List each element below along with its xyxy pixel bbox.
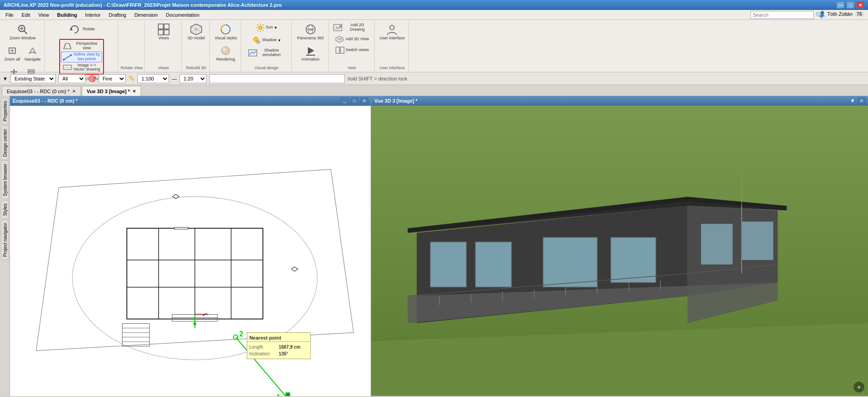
svg-rect-22 (158, 30, 163, 35)
snap-icon: 🎯 (88, 75, 96, 82)
floor-plan-canvas[interactable]: 2 1 Nearest point Length 1667.9 cm Incli (10, 106, 371, 396)
direction-input[interactable] (209, 74, 345, 83)
user-name: Tóth Zoltán (827, 11, 853, 17)
left-panel: Esquisse03 - - RDC (0 cm) * _ □ ✕ (10, 96, 372, 396)
svg-marker-9 (16, 71, 17, 73)
zoom-window-button[interactable]: Zoom Window (8, 22, 38, 42)
views-button[interactable]: Views (156, 22, 172, 42)
views-group: Views Views (146, 21, 182, 71)
filter-icon: ▼ (3, 76, 8, 81)
animation-button[interactable]: Animation (300, 43, 321, 63)
svg-point-29 (222, 47, 230, 55)
panels-area: Esquisse03 - - RDC (0 cm) * _ □ ✕ (10, 96, 868, 396)
measure-icon: — (172, 76, 177, 81)
zoom-in-3d-button[interactable]: + (854, 382, 864, 392)
tab-esquisse03-label: Esquisse03 - - RDC (0 cm) * (7, 89, 70, 94)
add-3d-view-button[interactable]: 3D Add 3D View (333, 34, 371, 44)
tab-vue3d[interactable]: Vue 3D 3 [Image] * ✕ (82, 86, 142, 96)
rotate-row: Rotate (66, 22, 97, 37)
right-panel: Vue 3D 3 [Image] * ▼ ✕ (372, 96, 868, 396)
svg-rect-80 (286, 392, 290, 396)
sidebar-design-center[interactable]: Design center (1, 126, 9, 160)
threed-view-canvas[interactable]: + (372, 106, 868, 396)
add-2d-drawing-button[interactable]: 2D Add 2D Drawing (331, 22, 373, 33)
visual-styles-button[interactable]: Visual styles (212, 22, 239, 42)
main-content: Properties Design center System browser … (0, 96, 868, 396)
panorama-360-icon: 360 (304, 23, 317, 36)
measure-dropdown[interactable]: 1:20 (179, 74, 207, 83)
maximize-button[interactable]: □ (846, 1, 854, 9)
menubar: File Edit View Building Interior Draftin… (0, 10, 868, 20)
close-button[interactable]: ✕ (856, 1, 864, 9)
panel-close-btn[interactable]: ✕ (361, 98, 368, 104)
search-container: 🔍 (750, 11, 823, 19)
sun-button[interactable]: Sun ▼ (254, 22, 279, 33)
shadow-dropdown-arrow: ▼ (278, 38, 281, 43)
sun-dropdown-arrow: ▼ (274, 26, 278, 30)
tab-close-vue3d[interactable]: ✕ (132, 89, 136, 94)
existing-state-dropdown[interactable]: Existing State (10, 74, 56, 83)
menu-interior[interactable]: Interior (81, 11, 104, 19)
search-input[interactable] (750, 11, 814, 19)
menu-documentation[interactable]: Documentation (162, 11, 203, 19)
add-3d-icon: 3D (335, 36, 344, 43)
storey-perspective-group: Rotate Perspective view Define view by t… (46, 21, 118, 71)
right-panel-close-btn[interactable]: ✕ (858, 98, 865, 104)
svg-rect-109 (742, 222, 774, 260)
menu-drafting[interactable]: Drafting (105, 11, 130, 19)
menu-view[interactable]: View (35, 11, 53, 19)
tab-vue3d-label: Vue 3D 3 [Image] * (87, 89, 130, 94)
sidebar-system-browser[interactable]: System browser (1, 161, 9, 199)
all-dropdown[interactable]: All (58, 74, 85, 83)
define-view-two-points-button[interactable]: Define view by two points (61, 52, 102, 62)
shadow-button[interactable]: Shadow ▼ (250, 34, 283, 46)
switch-views-button[interactable]: Switch views (334, 45, 371, 55)
panel-maximize-btn[interactable]: □ (351, 98, 358, 104)
panel-minimize-btn[interactable]: _ (341, 98, 348, 104)
fine-dropdown[interactable]: Fine (99, 74, 126, 83)
scale-dropdown[interactable]: 1:100 (137, 74, 169, 83)
visual-styles-group: Visual styles Rendering (211, 21, 241, 71)
perspective-section: Perspective view Define view by two poin… (59, 39, 104, 75)
svg-point-30 (223, 47, 226, 51)
views-icon (157, 23, 170, 36)
perspective-view-button[interactable]: Perspective view (61, 41, 102, 52)
sidebar-project-navigator[interactable]: Project navigator (1, 220, 9, 260)
svg-marker-6 (13, 69, 15, 71)
svg-text:Length: Length (249, 345, 263, 350)
tab-esquisse03[interactable]: Esquisse03 - - RDC (0 cm) * ✕ (2, 86, 81, 96)
menu-building[interactable]: Building (53, 11, 80, 19)
svg-text:2D: 2D (335, 26, 340, 30)
menu-dimension[interactable]: Dimension (131, 11, 161, 19)
image-vector-icon (63, 64, 72, 71)
image-vector-drawing-button[interactable]: Image <-> Vector drawing (61, 62, 102, 73)
svg-rect-102 (543, 237, 597, 287)
menu-edit[interactable]: Edit (18, 11, 34, 19)
svg-text:Nearest point: Nearest point (249, 335, 281, 340)
svg-rect-10 (28, 70, 34, 71)
svg-rect-23 (164, 30, 169, 35)
rotate-button[interactable]: Rotate (66, 22, 97, 37)
zoom-all-button[interactable]: Zoom all (3, 43, 22, 63)
panorama-360-button[interactable]: 360 Panorama 360 (295, 22, 326, 42)
svg-line-15 (69, 43, 71, 49)
tab-close-esquisse03[interactable]: ✕ (72, 89, 76, 94)
user-icon: 👤 (819, 11, 826, 17)
user-interface-button[interactable]: User interface (377, 22, 406, 42)
shadow-simulation-button[interactable]: Shadow simulation (246, 47, 287, 59)
navigate-button[interactable]: Navigate (23, 43, 43, 63)
visual-styles-icon (219, 23, 232, 36)
rendering-button[interactable]: Rendering (215, 43, 237, 63)
menu-file[interactable]: File (2, 11, 17, 19)
threed-model-button[interactable]: 3D model (186, 22, 207, 42)
tab-bar: Esquisse03 - - RDC (0 cm) * ✕ Vue 3D 3 [… (0, 85, 868, 96)
minimize-button[interactable]: — (836, 1, 844, 9)
sidebar-styles[interactable]: Styles (1, 200, 9, 219)
svg-marker-89 (173, 194, 179, 199)
right-panel-title: Vue 3D 3 [Image] * (374, 98, 847, 104)
sidebar-properties[interactable]: Properties (1, 98, 9, 125)
svg-text:1667.9 cm: 1667.9 cm (279, 345, 301, 350)
left-sidebar: Properties Design center System browser … (0, 96, 10, 396)
shadow-icon (252, 36, 261, 45)
titlebar: ARCHLine.XP 2023 Non-profit (education) … (0, 0, 868, 10)
